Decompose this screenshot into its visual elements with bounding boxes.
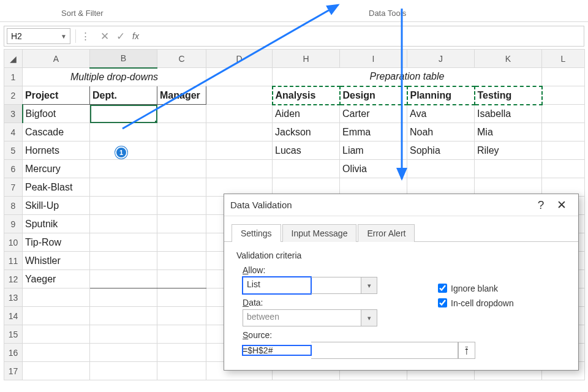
cell-B3-selected[interactable] xyxy=(90,105,157,123)
allow-label: Allow: xyxy=(243,265,566,275)
cell-J4[interactable]: Noah xyxy=(407,123,475,141)
row-2[interactable]: 2 Project Dept. Manager Analysis Design … xyxy=(4,86,585,105)
cell-A10[interactable]: Tip-Row xyxy=(23,233,90,252)
row-head-2[interactable]: 2 xyxy=(4,86,23,105)
row-6[interactable]: 6 Mercury Olivia xyxy=(4,160,585,178)
cell-A7[interactable]: Peak-Blast xyxy=(23,178,90,197)
data-dropdown-icon: ▾ xyxy=(361,309,377,326)
data-label: Data: xyxy=(243,298,566,307)
col-L[interactable]: L xyxy=(542,50,585,68)
row-head-10[interactable]: 10 xyxy=(4,233,23,252)
dialog-tabs: Settings Input Message Error Alert xyxy=(224,224,578,242)
cell-H3[interactable]: Aiden xyxy=(273,105,340,123)
ignore-blank-label: Ignore blank xyxy=(451,284,498,293)
cell-A9[interactable]: Sputnik xyxy=(23,215,90,233)
cell-I6[interactable]: Olivia xyxy=(340,160,407,178)
row-head-13[interactable]: 13 xyxy=(4,288,23,307)
cell-A11[interactable]: Whistler xyxy=(23,252,90,270)
cell-A8[interactable]: Skill-Up xyxy=(23,197,90,215)
cell-H4[interactable]: Jackson xyxy=(273,123,340,141)
ribbon-group-datatools: Data Tools xyxy=(369,9,406,18)
dialog-close-button[interactable]: ✕ xyxy=(551,198,572,212)
cell-I4[interactable]: Emma xyxy=(340,123,407,141)
cell-I3[interactable]: Carter xyxy=(340,105,407,123)
source-value[interactable]: =$H$2# xyxy=(243,345,311,355)
col-B[interactable]: B xyxy=(90,50,157,68)
cell-A3[interactable]: Bigfoot xyxy=(23,105,90,123)
col-C[interactable]: C xyxy=(157,50,206,68)
hdr-design: Design xyxy=(340,86,407,105)
cell-K5[interactable]: Riley xyxy=(475,141,542,160)
dialog-help-button[interactable]: ? xyxy=(530,198,551,212)
cell-J5[interactable]: Sophia xyxy=(407,141,475,160)
cell-A6[interactable]: Mercury xyxy=(23,160,90,178)
allow-value[interactable]: List xyxy=(243,277,311,294)
name-box[interactable]: H2 ▼ xyxy=(7,28,70,44)
row-head-6[interactable]: 6 xyxy=(4,160,23,178)
incell-dropdown-checkbox[interactable]: In-cell dropdown xyxy=(435,296,514,309)
dialog-body: Validation criteria Allow: List ▾ Data: … xyxy=(224,242,578,370)
ribbon-groups: Sort & Filter Data Tools xyxy=(0,0,588,22)
row-head-4[interactable]: 4 xyxy=(4,123,23,141)
hdr-manager: Manager xyxy=(157,86,206,105)
row-5[interactable]: 5 Hornets Lucas Liam Sophia Riley xyxy=(4,141,585,160)
row-head-12[interactable]: 12 xyxy=(4,270,23,288)
col-H[interactable]: H xyxy=(273,50,340,68)
validation-criteria-label: Validation criteria xyxy=(236,251,566,260)
cell-J3[interactable]: Ava xyxy=(407,105,475,123)
row-head-5[interactable]: 5 xyxy=(4,141,23,160)
row-1[interactable]: 1 Multiple drop-downs Preparation table xyxy=(4,68,585,86)
cancel-formula-icon[interactable]: ✕ xyxy=(97,30,113,43)
col-D[interactable]: D xyxy=(206,50,273,68)
incell-dropdown-input[interactable] xyxy=(438,298,447,307)
cell-I5[interactable]: Liam xyxy=(340,141,407,160)
row-head-11[interactable]: 11 xyxy=(4,252,23,270)
ribbon-group-sortfilter: Sort & Filter xyxy=(61,9,104,18)
col-J[interactable]: J xyxy=(407,50,475,68)
dialog-titlebar[interactable]: Data Validation ? ✕ xyxy=(224,194,578,216)
ignore-blank-input[interactable] xyxy=(438,284,447,293)
cell-K4[interactable]: Mia xyxy=(475,123,542,141)
row-head-3[interactable]: 3 xyxy=(4,105,23,123)
hdr-planning: Planning xyxy=(407,86,475,105)
row-head-15[interactable]: 15 xyxy=(4,325,23,344)
tab-error-alert[interactable]: Error Alert xyxy=(358,224,415,242)
ignore-blank-checkbox[interactable]: Ignore blank xyxy=(435,282,514,295)
fx-label[interactable]: fx xyxy=(132,31,139,41)
row-4[interactable]: 4 Cascade Jackson Emma Noah Mia xyxy=(4,123,585,141)
hdr-testing: Testing xyxy=(475,86,542,105)
allow-dropdown-icon[interactable]: ▾ xyxy=(361,277,377,294)
tab-settings[interactable]: Settings xyxy=(232,224,281,242)
allow-combo[interactable]: List ▾ xyxy=(243,277,377,294)
incell-dropdown-label: In-cell dropdown xyxy=(451,298,514,308)
row-head-7[interactable]: 7 xyxy=(4,178,23,197)
row-head-8[interactable]: 8 xyxy=(4,197,23,215)
row-head-14[interactable]: 14 xyxy=(4,307,23,325)
cell-H5[interactable]: Lucas xyxy=(273,141,340,160)
cell-A12[interactable]: Yaeger xyxy=(23,270,90,288)
source-label: Source: xyxy=(243,330,566,340)
accept-formula-icon[interactable]: ✓ xyxy=(113,30,129,43)
tab-input-message[interactable]: Input Message xyxy=(282,224,357,242)
data-value: between xyxy=(243,309,361,326)
name-box-dropdown-icon[interactable]: ▼ xyxy=(59,31,69,42)
cell-A4[interactable]: Cascade xyxy=(23,123,90,141)
col-K[interactable]: K xyxy=(475,50,542,68)
formula-bar-grip-icon: ⋮ xyxy=(81,31,91,42)
cell-K3[interactable]: Isabella xyxy=(475,105,542,123)
range-picker-icon[interactable]: ⭱ xyxy=(458,342,475,359)
row-head-16[interactable]: 16 xyxy=(4,344,23,362)
col-A[interactable]: A xyxy=(23,50,90,68)
source-rest[interactable] xyxy=(311,342,458,359)
preparation-table-title: Preparation table xyxy=(273,68,542,86)
row-head-17[interactable]: 17 xyxy=(4,362,23,380)
row-head-1[interactable]: 1 xyxy=(4,68,23,86)
row-head-9[interactable]: 9 xyxy=(4,215,23,233)
hdr-dept: Dept. xyxy=(90,86,157,105)
col-I[interactable]: I xyxy=(340,50,407,68)
column-headers: ◢ A B C D H I J K L xyxy=(4,50,585,68)
cell-A5[interactable]: Hornets xyxy=(23,141,90,160)
source-input-row[interactable]: =$H$2# ⭱ xyxy=(243,342,475,359)
select-all-corner[interactable]: ◢ xyxy=(4,50,23,68)
row-3[interactable]: 3 Bigfoot Aiden Carter Ava Isabella xyxy=(4,105,585,123)
